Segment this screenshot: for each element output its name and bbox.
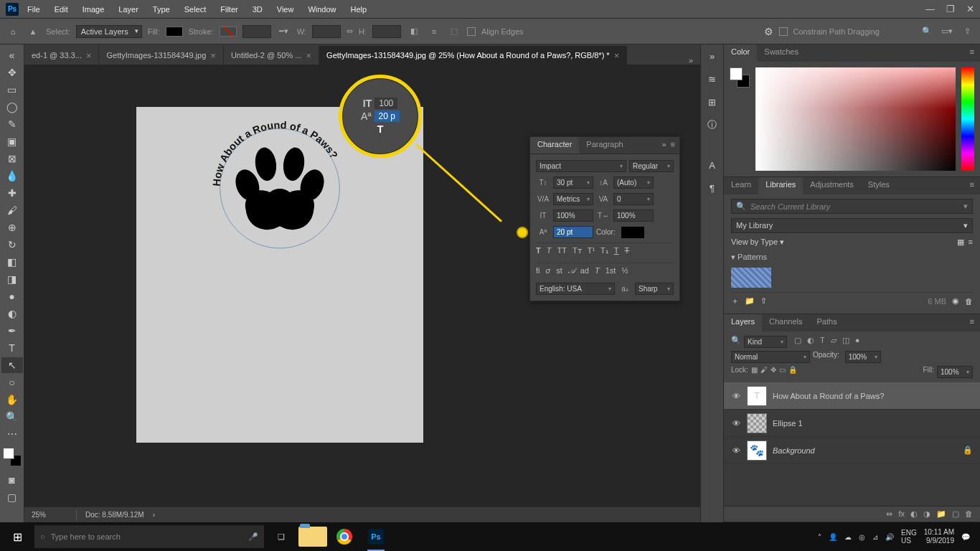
- trash-icon[interactable]: 🗑: [965, 297, 973, 306]
- menu-type[interactable]: Type: [147, 3, 176, 16]
- share-icon[interactable]: ⇪: [960, 24, 974, 39]
- panel-menu-icon[interactable]: ≡: [964, 314, 980, 331]
- healing-tool[interactable]: ✚: [1, 185, 23, 201]
- filter-smart-icon[interactable]: ◫: [842, 336, 849, 348]
- layer-name[interactable]: Background: [773, 446, 815, 455]
- blur-tool[interactable]: ●: [1, 288, 23, 304]
- menu-view[interactable]: View: [271, 3, 300, 16]
- properties-panel-icon[interactable]: ⊞: [705, 95, 720, 109]
- clock[interactable]: 10:11 AM9/9/2019: [924, 528, 954, 545]
- tab-character[interactable]: Character: [530, 137, 579, 154]
- subscript-icon[interactable]: T₁: [600, 246, 608, 255]
- ordinals-icon[interactable]: 1st: [606, 266, 616, 276]
- character-panel-icon[interactable]: A: [705, 158, 720, 172]
- quick-mask[interactable]: ◙: [1, 472, 23, 488]
- crop-tool[interactable]: ▣: [1, 133, 23, 149]
- menu-edit[interactable]: Edit: [49, 3, 74, 16]
- history-brush-tool[interactable]: ↻: [1, 237, 23, 253]
- close-tab-icon[interactable]: ×: [86, 50, 92, 61]
- tab-styles[interactable]: Styles: [861, 177, 897, 194]
- blend-mode-dropdown[interactable]: Normal▾: [731, 351, 810, 363]
- fractions-icon[interactable]: ½: [621, 266, 628, 276]
- lasso-tool[interactable]: ◯: [1, 99, 23, 115]
- tray-chevron-icon[interactable]: ˄: [818, 533, 821, 541]
- menu-select[interactable]: Select: [179, 3, 212, 16]
- list-view-icon[interactable]: ≡: [969, 237, 973, 247]
- photoshop-taskbar-icon[interactable]: Ps: [362, 522, 390, 551]
- screen-mode[interactable]: ▢: [1, 489, 23, 505]
- lock-position-icon[interactable]: ✥: [771, 366, 776, 378]
- cloud-icon[interactable]: ☁: [844, 533, 852, 541]
- marquee-tool[interactable]: ▭: [1, 82, 23, 98]
- panel-menu-icon[interactable]: ≡: [964, 44, 980, 62]
- hue-slider[interactable]: [961, 67, 974, 171]
- superscript-icon[interactable]: T¹: [588, 246, 595, 255]
- lock-icon[interactable]: 🔒: [963, 446, 973, 455]
- visibility-toggle[interactable]: 👁: [731, 419, 741, 428]
- link-layers-icon[interactable]: ⇔: [886, 509, 892, 519]
- people-icon[interactable]: 👤: [829, 533, 837, 541]
- layer-item[interactable]: 👁 Ellipse 1: [724, 410, 980, 437]
- pen-tool[interactable]: ✒: [1, 323, 23, 339]
- menu-image[interactable]: Image: [77, 3, 110, 16]
- doc-tab-active[interactable]: GettyImages-131584349.jpg @ 25% (How Abo…: [319, 46, 627, 65]
- mask-icon[interactable]: ◐: [910, 509, 918, 519]
- small-caps-icon[interactable]: Tᴛ: [573, 246, 582, 255]
- stylistic-alt-icon[interactable]: ad: [580, 266, 589, 276]
- panel-collapse-icon[interactable]: »: [661, 140, 666, 151]
- cc-icon[interactable]: ◎: [859, 533, 865, 541]
- taskbar-search[interactable]: ○ Type here to search 🎤: [34, 525, 264, 548]
- more-tabs-icon[interactable]: »: [682, 56, 700, 65]
- status-chevron-icon[interactable]: ›: [153, 511, 155, 519]
- fill-input[interactable]: 100%▾: [937, 366, 973, 378]
- layer-name[interactable]: Ellipse 1: [773, 419, 803, 428]
- move-tool[interactable]: ✥: [1, 65, 23, 80]
- tab-color[interactable]: Color: [724, 44, 757, 62]
- filter-pixel-icon[interactable]: ▢: [794, 336, 801, 348]
- language-indicator[interactable]: ENGUS: [901, 529, 917, 545]
- panel-menu-icon[interactable]: ≡: [964, 177, 980, 194]
- file-explorer-icon[interactable]: [298, 522, 327, 551]
- discretionary-icon[interactable]: st: [556, 266, 562, 276]
- language-dropdown[interactable]: English: USA▾: [536, 283, 615, 295]
- arrow-tool-icon[interactable]: ▲: [26, 24, 40, 39]
- titling-icon[interactable]: T: [595, 266, 600, 276]
- fg-bg-mini[interactable]: [730, 67, 750, 88]
- filter-toggle[interactable]: ●: [855, 336, 860, 348]
- constrain-checkbox[interactable]: [779, 27, 788, 36]
- font-family-dropdown[interactable]: Impact▾: [536, 160, 626, 172]
- library-search[interactable]: 🔍Search Current Library▾: [731, 199, 973, 214]
- minimize-button[interactable]: ―: [925, 4, 935, 14]
- visibility-toggle[interactable]: 👁: [731, 446, 741, 455]
- workspace-icon[interactable]: ▭▾: [940, 24, 954, 39]
- quick-select-tool[interactable]: ✎: [1, 116, 23, 132]
- stamp-tool[interactable]: ⊕: [1, 220, 23, 235]
- tab-adjustments[interactable]: Adjustments: [803, 177, 861, 194]
- tab-paragraph[interactable]: Paragraph: [579, 137, 630, 154]
- faux-bold-icon[interactable]: T: [536, 246, 541, 255]
- path-ops-icon[interactable]: ◧: [407, 24, 421, 39]
- fill-swatch[interactable]: [166, 27, 183, 37]
- menu-filter[interactable]: Filter: [215, 3, 243, 16]
- view-mode-dropdown[interactable]: View by Type ▾: [731, 237, 784, 247]
- tab-learn[interactable]: Learn: [724, 177, 758, 194]
- menu-window[interactable]: Window: [302, 3, 341, 16]
- link-icon[interactable]: ⇔: [347, 27, 353, 36]
- group-icon[interactable]: 📁: [936, 509, 946, 519]
- vscale-input[interactable]: 100%: [553, 209, 593, 222]
- gradient-tool[interactable]: ◨: [1, 271, 23, 287]
- hscale-input[interactable]: 100%: [613, 209, 654, 222]
- layer-item[interactable]: 👁 🐾 Background 🔒: [724, 437, 980, 464]
- panel-menu-icon[interactable]: ≡: [671, 140, 675, 151]
- menu-help[interactable]: Help: [345, 3, 373, 16]
- stroke-width-input[interactable]: [242, 25, 271, 38]
- adjustment-icon[interactable]: ◑: [923, 509, 930, 519]
- close-tab-icon[interactable]: ×: [614, 50, 620, 61]
- layer-name[interactable]: How About a Round of a Paws?: [773, 392, 884, 400]
- eraser-tool[interactable]: ◧: [1, 254, 23, 270]
- opacity-input[interactable]: 100%▾: [845, 351, 881, 363]
- add-icon[interactable]: ＋: [731, 296, 739, 306]
- frame-tool[interactable]: ⊠: [1, 151, 23, 166]
- expand-dock-icon[interactable]: »: [705, 49, 720, 63]
- hand-tool[interactable]: ✋: [1, 392, 23, 408]
